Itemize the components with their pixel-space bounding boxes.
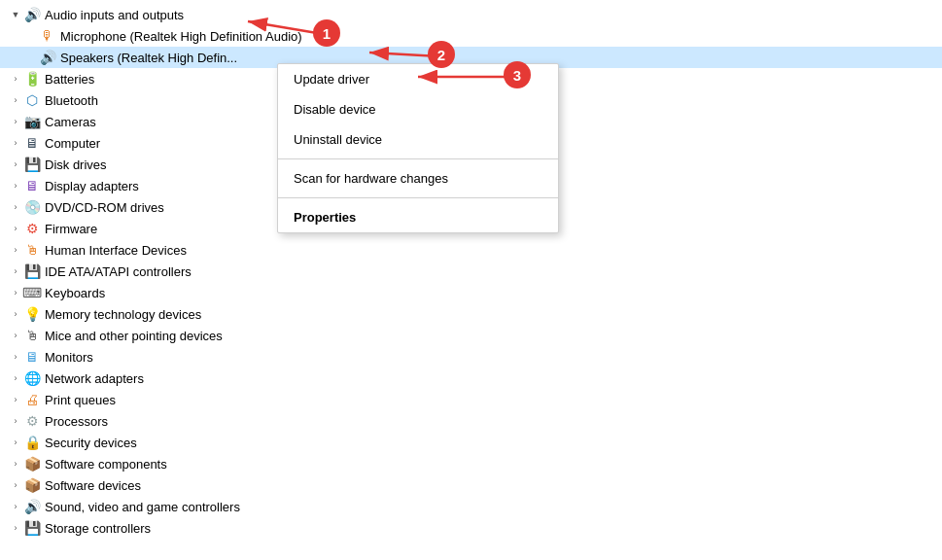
expand-icon-monitors: ›	[8, 349, 23, 365]
context-menu-separator-1	[278, 158, 558, 159]
label-bluetooth: Bluetooth	[45, 93, 98, 108]
icon-microphone: 🎙	[39, 27, 56, 45]
tree-item-hid[interactable]: › 🖱 Human Interface Devices	[0, 239, 942, 261]
icon-processor: ⚙	[23, 412, 41, 430]
icon-sound: 🔊	[23, 498, 41, 515]
label-computer: Computer	[45, 136, 100, 151]
icon-security: 🔒	[23, 434, 41, 451]
label-hid: Human Interface Devices	[45, 243, 187, 258]
context-menu-separator-2	[278, 197, 558, 198]
expand-icon-software-comp: ›	[8, 456, 23, 472]
label-processors: Processors	[45, 414, 108, 429]
expand-icon-cameras: ›	[8, 114, 23, 129]
icon-hid: 🖱	[23, 241, 41, 259]
tree-item-sound[interactable]: › 🔊 Sound, video and game controllers	[0, 496, 942, 517]
context-menu-properties[interactable]: Properties	[278, 202, 558, 232]
context-menu-uninstall-device[interactable]: Uninstall device	[278, 124, 558, 155]
label-software-dev: Software devices	[45, 478, 141, 493]
label-software-comp: Software components	[45, 457, 167, 472]
icon-computer: 🖥	[23, 134, 41, 152]
icon-memory: 💡	[23, 305, 41, 323]
icon-ide: 💾	[23, 262, 41, 280]
expand-icon-keyboards: ›	[8, 285, 23, 300]
label-batteries: Batteries	[45, 72, 94, 87]
tree-item-software-comp[interactable]: › 📦 Software components	[0, 453, 942, 474]
tree-item-mice[interactable]: › 🖱 Mice and other pointing devices	[0, 325, 942, 346]
expand-icon-batteries: ›	[8, 71, 23, 87]
tree-item-ide[interactable]: › 💾 IDE ATA/ATAPI controllers	[0, 261, 942, 282]
expand-icon-processors: ›	[8, 413, 23, 429]
expand-icon-print: ›	[8, 392, 23, 407]
tree-item-microphone[interactable]: 🎙 Microphone (Realtek High Definition Au…	[0, 25, 942, 47]
icon-network: 🌐	[23, 369, 41, 387]
label-disk: Disk drives	[45, 158, 107, 172]
context-menu-scan-hardware[interactable]: Scan for hardware changes	[278, 163, 558, 193]
tree-item-processors[interactable]: › ⚙ Processors	[0, 410, 942, 432]
expand-icon-memory: ›	[8, 306, 23, 322]
expand-icon-storage: ›	[8, 520, 23, 536]
label-speakers: Speakers (Realtek High Defin...	[60, 51, 237, 65]
tree-item-storage[interactable]: › 💾 Storage controllers	[0, 517, 942, 539]
label-ide: IDE ATA/ATAPI controllers	[45, 264, 192, 279]
expand-icon-security: ›	[8, 435, 23, 450]
expand-icon-disk: ›	[8, 157, 23, 172]
icon-print: 🖨	[23, 391, 41, 408]
expand-icon-sound: ›	[8, 499, 23, 514]
tree-item-software-dev[interactable]: › 📦 Software devices	[0, 474, 942, 496]
icon-battery: 🔋	[23, 70, 41, 88]
icon-software-dev: 📦	[23, 476, 41, 494]
label-cameras: Cameras	[45, 115, 96, 129]
icon-storage: 💾	[23, 519, 41, 537]
expand-icon-display: ›	[8, 178, 23, 193]
icon-disk: 💾	[23, 156, 41, 173]
icon-mice: 🖱	[23, 327, 41, 344]
icon-keyboard: ⌨	[23, 284, 41, 301]
tree-item-monitors[interactable]: › 🖥 Monitors	[0, 346, 942, 368]
label-audio: Audio inputs and outputs	[45, 8, 184, 22]
tree-item-print[interactable]: › 🖨 Print queues	[0, 389, 942, 410]
label-mice: Mice and other pointing devices	[45, 329, 223, 343]
tree-item-security[interactable]: › 🔒 Security devices	[0, 432, 942, 453]
label-network: Network adapters	[45, 371, 144, 386]
label-firmware: Firmware	[45, 222, 97, 236]
expand-icon-firmware: ›	[8, 221, 23, 236]
expand-icon-mice: ›	[8, 328, 23, 343]
expand-icon-hid: ›	[8, 242, 23, 258]
expand-icon-audio: ▼	[8, 7, 23, 22]
expand-icon-network: ›	[8, 370, 23, 386]
icon-bluetooth: ⬡	[23, 91, 41, 109]
label-print: Print queues	[45, 393, 116, 407]
tree-item-audio[interactable]: ▼ 🔊 Audio inputs and outputs	[0, 4, 942, 25]
label-dvd: DVD/CD-ROM drives	[45, 200, 164, 215]
tree-item-keyboards[interactable]: › ⌨ Keyboards	[0, 282, 942, 303]
context-menu-update-driver[interactable]: Update driver	[278, 64, 558, 94]
label-display: Display adapters	[45, 179, 139, 193]
label-memory: Memory technology devices	[45, 307, 201, 322]
label-keyboards: Keyboards	[45, 286, 105, 300]
icon-audio: 🔊	[23, 6, 41, 23]
expand-icon-bluetooth: ›	[8, 92, 23, 108]
icon-speaker: 🔊	[39, 49, 56, 66]
expand-icon-ide: ›	[8, 263, 23, 279]
icon-monitor: 🖥	[23, 348, 41, 366]
tree-item-memory[interactable]: › 💡 Memory technology devices	[0, 303, 942, 325]
label-storage: Storage controllers	[45, 521, 151, 536]
icon-display: 🖥	[23, 177, 41, 194]
label-monitors: Monitors	[45, 350, 93, 365]
device-manager-window: ▼ 🔊 Audio inputs and outputs 🎙 Microphon…	[0, 0, 942, 560]
icon-software-comp: 📦	[23, 455, 41, 472]
icon-firmware: ⚙	[23, 220, 41, 237]
icon-dvd: 💿	[23, 198, 41, 216]
context-menu: Update driver Disable device Uninstall d…	[277, 63, 559, 233]
expand-icon-software-dev: ›	[8, 477, 23, 493]
expand-icon-computer: ›	[8, 135, 23, 151]
label-sound: Sound, video and game controllers	[45, 500, 240, 514]
icon-camera: 📷	[23, 113, 41, 130]
tree-item-network[interactable]: › 🌐 Network adapters	[0, 368, 942, 389]
label-security: Security devices	[45, 436, 137, 450]
expand-icon-dvd: ›	[8, 199, 23, 215]
label-microphone: Microphone (Realtek High Definition Audi…	[60, 29, 302, 44]
context-menu-disable-device[interactable]: Disable device	[278, 94, 558, 124]
